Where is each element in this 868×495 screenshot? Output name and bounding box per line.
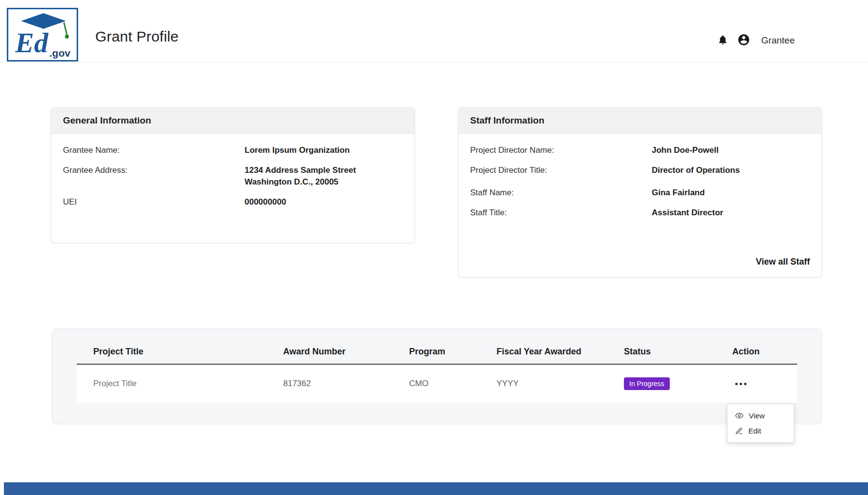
menu-item-label: View <box>749 412 765 420</box>
eye-icon <box>735 412 744 420</box>
projects-table-card: Project Title Award Number Program Fisca… <box>52 329 822 424</box>
field-value: Gina Fairland <box>652 187 705 199</box>
general-information-title: General Information <box>51 108 414 134</box>
table-row: Project Title 817362 CMO YYYY In Progres… <box>77 365 797 403</box>
field-value: Director of Operations <box>652 165 740 176</box>
address-line-1: 1234 Address Sample Street <box>245 165 356 176</box>
table-header-row: Project Title Award Number Program Fisca… <box>77 329 797 365</box>
footer-bar <box>4 482 868 495</box>
app-header: Ed .gov Grant Profile Grantee <box>0 0 868 62</box>
address-line-2: Washington D.C., 20005 <box>245 176 356 188</box>
graduation-cap-icon: Ed .gov <box>8 9 77 60</box>
logo-gov-text: .gov <box>49 47 70 59</box>
field-value: John Doe-Powell <box>652 144 719 156</box>
view-all-staff-link[interactable]: View all Staff <box>756 257 810 267</box>
cell-action <box>732 379 797 389</box>
field-staff-name: Staff Name: Gina Fairland <box>470 187 810 199</box>
field-project-director-title: Project Director Title: Director of Oper… <box>470 165 810 176</box>
staff-information-card: Staff Information Project Director Name:… <box>458 107 822 277</box>
general-information-card: General Information Grantee Name: Lorem … <box>51 107 415 243</box>
page-title: Grant Profile <box>95 28 179 45</box>
user-role-label: Grantee <box>761 35 795 46</box>
field-grantee-address: Grantee Address: 1234 Address Sample Str… <box>63 165 403 188</box>
logo-text: Ed <box>15 27 49 59</box>
column-header-award-number: Award Number <box>283 347 409 357</box>
field-grantee-name: Grantee Name: Lorem Ipsum Organization <box>63 144 403 156</box>
staff-information-title: Staff Information <box>458 108 822 134</box>
field-value: 000000000 <box>245 196 286 208</box>
column-header-project-title: Project Title <box>77 347 283 357</box>
field-project-director-name: Project Director Name: John Doe-Powell <box>470 144 810 156</box>
field-value: Assistant Director <box>652 207 723 219</box>
menu-item-label: Edit <box>748 427 761 435</box>
notifications-button[interactable] <box>716 33 729 48</box>
column-header-action: Action <box>732 347 797 357</box>
row-actions-button[interactable] <box>732 379 749 389</box>
account-circle-icon <box>737 33 750 48</box>
cell-status: In Progress <box>624 377 732 390</box>
column-header-fiscal-year: Fiscal Year Awarded <box>496 347 624 357</box>
status-badge: In Progress <box>624 377 670 390</box>
ed-gov-logo[interactable]: Ed .gov <box>7 8 78 62</box>
cell-award-number: 817362 <box>283 379 409 389</box>
field-value: 1234 Address Sample Street Washington D.… <box>245 165 356 188</box>
field-staff-title: Staff Title: Assistant Director <box>470 207 810 219</box>
field-uei: UEI 000000000 <box>63 196 403 208</box>
field-label: UEI <box>63 196 245 208</box>
field-label: Project Director Name: <box>470 144 652 156</box>
cell-program: CMO <box>409 379 496 389</box>
field-label: Staff Title: <box>470 207 652 219</box>
menu-item-edit[interactable]: Edit <box>727 423 794 438</box>
account-button[interactable] <box>736 32 751 49</box>
edit-pencil-icon <box>735 427 743 435</box>
field-label: Staff Name: <box>470 187 652 199</box>
cell-project-title: Project Title <box>77 379 283 389</box>
column-header-status: Status <box>624 347 732 357</box>
row-actions-menu: View Edit <box>727 404 794 443</box>
header-actions: Grantee <box>716 32 795 49</box>
menu-item-view[interactable]: View <box>727 408 794 423</box>
field-value: Lorem Ipsum Organization <box>245 144 350 156</box>
field-label: Project Director Title: <box>470 165 652 176</box>
cell-fiscal-year: YYYY <box>496 379 624 389</box>
more-horizontal-icon <box>735 383 746 385</box>
bell-icon <box>717 34 728 47</box>
field-label: Grantee Address: <box>63 165 245 188</box>
field-label: Grantee Name: <box>63 144 245 156</box>
column-header-program: Program <box>409 347 496 357</box>
